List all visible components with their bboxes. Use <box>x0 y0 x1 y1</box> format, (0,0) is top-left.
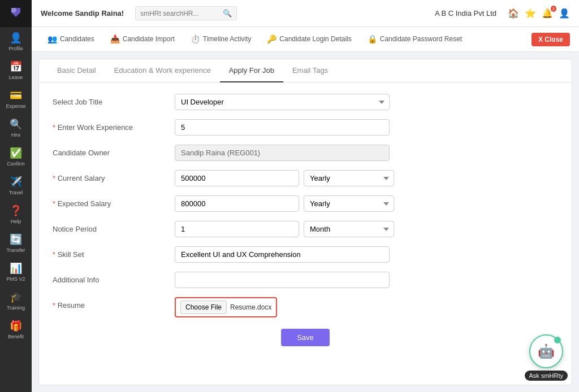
chatbot[interactable]: 🤖 Ask smHRty <box>525 334 568 381</box>
resume-filename: Resume.docx <box>230 303 271 311</box>
company-name: A B C India Pvt Ltd <box>435 9 496 18</box>
candidates-tab-icon: 👥 <box>47 34 57 43</box>
notice-period-input[interactable] <box>175 221 299 237</box>
expected-salary-period-select[interactable]: Yearly Monthly Weekly Daily <box>304 195 394 212</box>
additional-info-controls <box>175 272 558 288</box>
sidebar-item-transfer[interactable]: 🔄 Transfer <box>0 229 32 258</box>
sidebar-item-help[interactable]: ❓ Help <box>0 200 32 229</box>
notice-period-label: Notice Period <box>53 221 166 233</box>
chatbot-online-dot <box>554 337 561 343</box>
leave-icon: 📅 <box>10 60 22 73</box>
choose-file-button[interactable]: Choose File <box>180 300 227 314</box>
sub-tab-apply-for-job[interactable]: Apply For Job <box>220 59 283 82</box>
sidebar-item-hire[interactable]: 🔍 Hire <box>0 114 32 142</box>
job-title-label: Select Job Title <box>53 94 166 106</box>
nav-tabs: 👥 Candidates 📥 Candidate Import ⏱️ Timel… <box>32 27 579 52</box>
profile-icon: 👤 <box>10 32 22 44</box>
work-experience-controls <box>175 119 558 136</box>
notice-period-unit-select[interactable]: Month Week Day <box>304 221 394 237</box>
skill-set-controls <box>175 246 558 263</box>
resume-controls: Choose File Resume.docx <box>175 297 558 317</box>
current-salary-input[interactable] <box>175 170 299 186</box>
tab-candidate-import[interactable]: 📥 Candidate Import <box>103 27 182 52</box>
skill-set-label: Skill Set <box>53 246 166 259</box>
search-box[interactable]: 🔍 <box>135 6 237 20</box>
save-button[interactable]: Save <box>281 329 330 346</box>
sub-tab-education-work[interactable]: Education & Work experience <box>105 59 220 82</box>
work-experience-row: Enter Work Experience <box>53 119 558 136</box>
training-icon: 🎓 <box>10 291 22 303</box>
candidate-owner-controls <box>175 145 558 161</box>
sidebar-item-training[interactable]: 🎓 Training <box>0 286 32 315</box>
job-title-select[interactable]: UI Developer <box>175 94 390 110</box>
sidebar-item-benefit[interactable]: 🎁 Benefit <box>0 315 32 344</box>
topbar: Welcome Sandip Raina! 🔍 A B C India Pvt … <box>32 0 579 27</box>
additional-info-label: Additional Info <box>53 272 166 284</box>
sidebar-item-travel[interactable]: ✈️ Travel <box>0 171 32 200</box>
expected-salary-label: Expected Salary <box>53 195 166 208</box>
search-input[interactable] <box>140 10 219 18</box>
job-title-controls: UI Developer <box>175 94 558 110</box>
notice-period-controls: Month Week Day <box>175 221 558 237</box>
sidebar-item-profile[interactable]: 👤 Profile <box>0 27 32 56</box>
home-icon[interactable]: 🏠 <box>508 8 519 19</box>
resume-label: Resume <box>53 297 166 310</box>
help-icon: ❓ <box>10 204 22 217</box>
tab-candidates[interactable]: 👥 Candidates <box>41 27 101 52</box>
sidebar-item-expense[interactable]: 💳 Expense <box>0 85 32 114</box>
hire-icon: 🔍 <box>10 118 22 130</box>
sidebar-item-confirm[interactable]: ✅ Confirm <box>0 142 32 171</box>
pms-icon: 📊 <box>10 262 22 275</box>
candidate-owner-input <box>175 145 390 161</box>
candidate-owner-label: Candidate Owner <box>53 145 166 157</box>
sidebar-item-leave[interactable]: 📅 Leave <box>0 56 32 85</box>
sidebar-logo <box>0 0 32 27</box>
sub-tab-email-tags[interactable]: Email Tags <box>283 59 337 82</box>
search-icon: 🔍 <box>223 9 232 18</box>
expected-salary-controls: Yearly Monthly Weekly Daily <box>175 195 558 212</box>
current-salary-controls: Yearly Monthly Weekly Daily <box>175 170 558 186</box>
benefit-icon: 🎁 <box>10 320 22 332</box>
work-experience-label: Enter Work Experience <box>53 119 166 132</box>
additional-info-row: Additional Info <box>53 272 558 288</box>
expected-salary-input[interactable] <box>175 195 299 212</box>
current-salary-label: Current Salary <box>53 170 166 182</box>
travel-icon: ✈️ <box>10 176 22 188</box>
topbar-icons: 🏠 ⭐ 🔔 1 👤 <box>508 8 570 19</box>
notification-icon[interactable]: 🔔 1 <box>542 8 553 19</box>
timeline-tab-icon: ⏱️ <box>191 34 200 43</box>
expense-icon: 💳 <box>10 89 22 102</box>
main-content: Basic Detail Education & Work experience… <box>38 59 572 385</box>
sidebar-item-pms[interactable]: 📊 PMS V2 <box>0 258 32 286</box>
resume-row: Resume Choose File Resume.docx <box>53 297 558 317</box>
chatbot-bubble[interactable]: 🤖 <box>529 334 563 368</box>
confirm-icon: ✅ <box>10 147 22 159</box>
import-tab-icon: 📥 <box>110 34 120 43</box>
form-area: Select Job Title UI Developer Enter Work… <box>39 82 572 358</box>
sidebar: 👤 Profile 📅 Leave 💳 Expense 🔍 Hire ✅ Con… <box>0 0 32 392</box>
job-title-row: Select Job Title UI Developer <box>53 94 558 110</box>
skill-set-input[interactable] <box>175 246 390 263</box>
close-button[interactable]: X Close <box>532 33 570 46</box>
work-experience-input[interactable] <box>175 119 390 136</box>
additional-info-input[interactable] <box>175 272 390 288</box>
welcome-text: Welcome Sandip Raina! <box>41 9 124 18</box>
sub-tabs: Basic Detail Education & Work experience… <box>39 59 572 82</box>
expected-salary-row: Expected Salary Yearly Monthly Weekly Da… <box>53 195 558 212</box>
current-salary-period-select[interactable]: Yearly Monthly Weekly Daily <box>304 170 394 186</box>
notice-period-row: Notice Period Month Week Day <box>53 221 558 237</box>
user-account-icon[interactable]: 👤 <box>559 8 570 19</box>
resume-upload-box: Choose File Resume.docx <box>175 297 277 317</box>
transfer-icon: 🔄 <box>10 233 22 246</box>
skill-set-row: Skill Set <box>53 246 558 263</box>
current-salary-row: Current Salary Yearly Monthly Weekly Dai… <box>53 170 558 186</box>
password-tab-icon: 🔒 <box>368 34 377 43</box>
sub-tab-basic-detail[interactable]: Basic Detail <box>48 59 105 82</box>
save-row: Save <box>53 329 558 346</box>
login-tab-icon: 🔑 <box>267 34 276 43</box>
star-icon[interactable]: ⭐ <box>525 8 536 19</box>
tab-timeline-activity[interactable]: ⏱️ Timeline Activity <box>184 27 258 52</box>
candidate-owner-row: Candidate Owner <box>53 145 558 161</box>
tab-candidate-password-reset[interactable]: 🔒 Candidate Password Reset <box>361 27 469 52</box>
tab-candidate-login[interactable]: 🔑 Candidate Login Details <box>260 27 358 52</box>
